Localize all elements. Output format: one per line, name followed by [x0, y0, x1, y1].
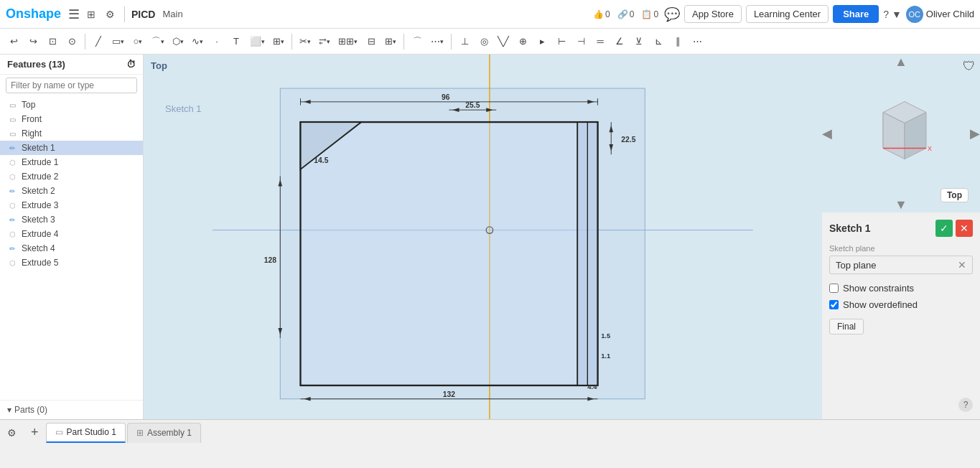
- sidebar-filter-area: [0, 75, 143, 96]
- tab-part-studio[interactable]: ▭ Part Studio 1: [46, 423, 126, 443]
- rectangle-group[interactable]: ▭ ▾: [108, 32, 128, 52]
- feature-list: ▭Top▭Front▭Right✏Sketch 1⬡Extrude 1⬡Extr…: [0, 96, 143, 400]
- link-icon: 🔗: [617, 9, 628, 19]
- assembly-icon: ⊞: [136, 428, 144, 438]
- app-store-button[interactable]: App Store: [684, 5, 742, 23]
- nav-up-arrow[interactable]: ▲: [895, 55, 907, 70]
- canvas-area[interactable]: Top Sketch 1 96: [144, 55, 822, 419]
- filter-input[interactable]: [6, 78, 137, 93]
- construction-group[interactable]: ⊞ ▾: [269, 32, 288, 52]
- tab-assembly[interactable]: ⊞ Assembly 1: [127, 423, 201, 443]
- feature-label: Extrude 3: [22, 200, 58, 210]
- svg-text:22.5: 22.5: [621, 136, 635, 144]
- redo-button[interactable]: ↪: [24, 32, 42, 52]
- feature-item-extrude-2[interactable]: ⬡Extrude 2: [0, 169, 143, 184]
- user-name: Oliver Child: [926, 9, 974, 19]
- horiz-dist[interactable]: ⊣: [571, 32, 590, 52]
- point-button[interactable]: ·: [207, 32, 226, 52]
- toolbar2: ↩ ↪ ⊡ ⊙ ╱ ▭ ▾ ○ ▾ ⌒ ▾ ⬡ ▾ ∿ ▾ · T ⬜ ▾ ⊞ …: [0, 29, 980, 55]
- sketch-plane-value-box: Top plane ✕: [829, 256, 973, 274]
- sketch-panel-header: Sketch 1 ✓ ✕: [829, 220, 973, 237]
- learning-center-button[interactable]: Learning Center: [746, 5, 829, 23]
- extrude-icon: ⬡: [7, 172, 17, 182]
- help-button[interactable]: ? ▼: [883, 9, 902, 20]
- feature-item-extrude-4[interactable]: ⬡Extrude 4: [0, 227, 143, 241]
- feature-item-extrude-5[interactable]: ⬡Extrude 5: [0, 256, 143, 270]
- parallel-dist[interactable]: ∥: [668, 32, 687, 52]
- comment-button[interactable]: 💬: [664, 6, 680, 22]
- parts-section[interactable]: ▾ Parts (0): [0, 400, 143, 419]
- feature-item-top[interactable]: ▭Top: [0, 98, 143, 112]
- sketch-icon: ✏: [7, 243, 17, 253]
- mirror-group[interactable]: ⥂ ▾: [315, 32, 334, 52]
- tab-settings-icon[interactable]: ⚙: [4, 426, 19, 440]
- transform-group[interactable]: ⊞ ▾: [381, 32, 400, 52]
- feature-item-sketch-1[interactable]: ✏Sketch 1: [0, 141, 143, 155]
- offset-group[interactable]: ⬜ ▾: [246, 32, 269, 52]
- sym-dist[interactable]: ⊻: [630, 32, 648, 52]
- nav-right-arrow[interactable]: ▶: [970, 126, 980, 141]
- fillet-button[interactable]: ⌒: [408, 32, 426, 52]
- feature-item-sketch-2[interactable]: ✏Sketch 2: [0, 184, 143, 198]
- sketch-confirm-button[interactable]: ✓: [935, 220, 953, 237]
- show-constraints-option: Show constraints: [829, 283, 973, 294]
- sketch-cancel-button[interactable]: ✕: [956, 220, 973, 237]
- cube-view-label[interactable]: Top: [941, 188, 969, 202]
- feature-item-sketch-4[interactable]: ✏Sketch 4: [0, 241, 143, 256]
- line-button[interactable]: ╱: [89, 32, 108, 52]
- counter-links[interactable]: 🔗 0: [617, 9, 635, 19]
- extrude-icon: ⬡: [7, 157, 17, 167]
- feature-item-extrude-1[interactable]: ⬡Extrude 1: [0, 155, 143, 169]
- feature-label: Sketch 2: [22, 186, 55, 196]
- user-menu[interactable]: OC Oliver Child: [906, 6, 974, 23]
- circle-group[interactable]: ○ ▾: [129, 32, 147, 52]
- feature-item-right[interactable]: ▭Right: [0, 126, 143, 141]
- tools-icon[interactable]: ⚙: [103, 7, 118, 22]
- arc-group[interactable]: ⌒ ▾: [148, 32, 168, 52]
- history-button[interactable]: ⊡: [43, 32, 62, 52]
- shield-icon[interactable]: 🛡: [963, 59, 976, 74]
- sketch-icon: ✏: [7, 143, 17, 153]
- reconstruct-button[interactable]: ⊙: [62, 32, 81, 52]
- svg-text:1.5: 1.5: [601, 332, 610, 340]
- feature-item-extrude-3[interactable]: ⬡Extrude 3: [0, 198, 143, 212]
- circle-constraint[interactable]: ◎: [475, 32, 493, 52]
- vertical-dist[interactable]: ⊢: [552, 32, 571, 52]
- fix-constraint[interactable]: ⊕: [513, 32, 532, 52]
- nav-left-arrow[interactable]: ◀: [822, 126, 832, 141]
- show-constraints-checkbox[interactable]: [829, 284, 839, 293]
- feature-item-sketch-3[interactable]: ✏Sketch 3: [0, 212, 143, 227]
- help-icon[interactable]: ?: [958, 398, 973, 412]
- counter-thumbs[interactable]: 👍 0: [593, 9, 610, 19]
- timer-icon[interactable]: ⏱: [126, 59, 136, 70]
- sidebar-header: Features (13) ⏱: [0, 55, 143, 75]
- equal-dist[interactable]: ═: [591, 32, 610, 52]
- measure-button[interactable]: ⊟: [362, 32, 381, 52]
- trim-group[interactable]: ✂ ▾: [296, 32, 314, 52]
- share-button[interactable]: Share: [833, 5, 879, 23]
- more-dim[interactable]: ⋯: [688, 32, 706, 52]
- perp-dist[interactable]: ⊾: [649, 32, 668, 52]
- sketch-canvas[interactable]: 96 22.5 25.5 14.5 128 132: [144, 55, 822, 419]
- counter-docs[interactable]: 📋 0: [641, 9, 658, 19]
- show-overdefined-checkbox[interactable]: [829, 300, 839, 309]
- more-constraints[interactable]: ▸: [533, 32, 551, 52]
- pattern-group[interactable]: ⊞⊞ ▾: [335, 32, 361, 52]
- angle-dist[interactable]: ∠: [610, 32, 629, 52]
- menu-icon[interactable]: ☰: [68, 6, 80, 22]
- features-icon[interactable]: ⊞: [84, 7, 98, 22]
- add-tab-button[interactable]: +: [27, 425, 43, 440]
- text-button[interactable]: T: [227, 32, 246, 52]
- sketch-plane-clear-btn[interactable]: ✕: [958, 259, 966, 271]
- polygon-group[interactable]: ⬡ ▾: [169, 32, 187, 52]
- feature-item-front[interactable]: ▭Front: [0, 112, 143, 126]
- nav-down-arrow[interactable]: ▼: [895, 197, 907, 212]
- line-constraint[interactable]: ╲╱: [494, 32, 513, 52]
- spline-group[interactable]: ∿ ▾: [188, 32, 207, 52]
- constraint-button[interactable]: ⊥: [455, 32, 474, 52]
- svg-text:4.4: 4.4: [587, 383, 597, 390]
- more-button[interactable]: ⋯ ▾: [427, 32, 447, 52]
- feature-label: Sketch 3: [22, 215, 55, 225]
- final-button[interactable]: Final: [829, 319, 864, 334]
- undo-button[interactable]: ↩: [4, 32, 23, 52]
